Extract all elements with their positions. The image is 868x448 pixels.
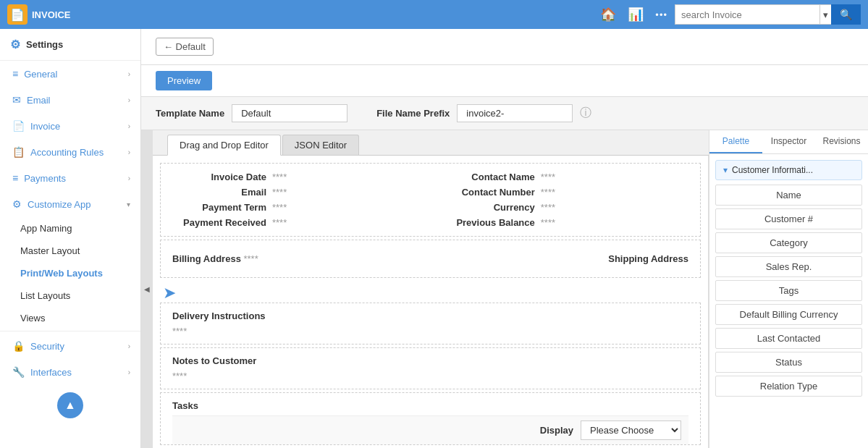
palette-item-tags[interactable]: Tags (715, 280, 862, 301)
contact-name-label: Contact Name (441, 172, 535, 182)
palette-body: ▾ Customer Informati... Name Customer # … (709, 154, 868, 448)
sidebar-sub-master-layout[interactable]: Master Layout (0, 240, 140, 262)
tab-json[interactable]: JSON Editor (282, 135, 359, 155)
contact-number-field: Contact Number **** (441, 187, 688, 198)
invoice-date-value: **** (272, 172, 287, 182)
sidebar-sub-menu: App Naming Master Layout Print/Web Layou… (0, 217, 140, 329)
sidebar-item-security[interactable]: 🔒 Security › (0, 333, 140, 359)
sidebar-sub-app-naming[interactable]: App Naming (0, 217, 140, 240)
sidebar-sub-views[interactable]: Views (0, 307, 140, 329)
sidebar-item-customize-app[interactable]: ⚙ Customize App ▾ (0, 191, 140, 217)
payment-received-field: Payment Received **** (172, 217, 420, 228)
palette-panel: Palette Inspector Revisions ▾ Customer I… (709, 130, 868, 448)
sidebar-item-accounting-label: Accounting Rules (30, 147, 104, 158)
payment-term-field: Payment Term **** (172, 202, 420, 213)
display-label: Display (540, 425, 573, 436)
billing-address-label: Billing Address (172, 253, 241, 264)
invoice-date-label: Invoice Date (172, 172, 266, 182)
scroll-up-button[interactable]: ▲ (57, 392, 83, 418)
collapse-toggle[interactable]: ◀ (141, 130, 153, 448)
sidebar-item-email-label: Email (27, 95, 51, 106)
billing-address-field: Billing Address **** (172, 253, 258, 264)
sidebar-item-accounting-rules[interactable]: 📋 Accounting Rules › (0, 139, 140, 165)
palette-item-category[interactable]: Category (715, 232, 862, 253)
palette-item-customer-num[interactable]: Customer # (715, 208, 862, 229)
invoice-chevron-icon: › (128, 122, 130, 130)
palette-item-sales-rep[interactable]: Sales Rep. (715, 256, 862, 277)
collapse-icon: ◀ (144, 285, 150, 293)
canvas-address-row: Billing Address **** Shipping Address (172, 246, 688, 271)
home-icon[interactable]: 🏠 (600, 7, 616, 22)
search-dropdown-btn[interactable]: ▾ (819, 4, 831, 25)
template-name-value: Default (232, 104, 347, 122)
payment-term-label: Payment Term (172, 202, 266, 213)
tab-inspector[interactable]: Inspector (762, 130, 815, 153)
payment-received-label: Payment Received (172, 217, 266, 228)
app-logo: 📄 INVOICE (7, 4, 70, 25)
palette-tabs: Palette Inspector Revisions (709, 130, 868, 154)
customize-chevron-icon: ▾ (127, 200, 130, 208)
back-button[interactable]: ← Default (156, 38, 214, 56)
info-icon[interactable]: ⓘ (580, 106, 591, 121)
previous-balance-label: Previous Balance (441, 217, 535, 228)
palette-item-status[interactable]: Status (715, 352, 862, 373)
customize-icon: ⚙ (12, 198, 22, 210)
accounting-chevron-icon: › (128, 148, 130, 156)
sidebar-sub-list-layouts[interactable]: List Layouts (0, 284, 140, 307)
delivery-section: Delivery Instructions **** (160, 303, 701, 345)
palette-section-title: Customer Informati... (732, 165, 813, 175)
previous-balance-value: **** (541, 217, 555, 228)
palette-item-relation-type[interactable]: Relation Type (715, 376, 862, 397)
payments-chevron-icon: › (128, 174, 130, 182)
preview-section: Preview (141, 65, 868, 97)
sidebar-sub-print-web-layouts[interactable]: Print/Web Layouts (0, 262, 140, 284)
display-select[interactable]: Please Choose (581, 420, 681, 440)
general-icon: ≡ (12, 68, 18, 80)
delivery-value: **** (172, 326, 688, 337)
tab-palette[interactable]: Palette (709, 130, 762, 153)
display-row: Display Please Choose (172, 415, 688, 444)
palette-item-name[interactable]: Name (715, 185, 862, 206)
security-icon: 🔒 (12, 340, 25, 352)
contact-name-field: Contact Name **** (441, 172, 688, 182)
sidebar-item-general[interactable]: ≡ General › (0, 61, 140, 87)
preview-button[interactable]: Preview (156, 71, 212, 90)
palette-item-last-contacted[interactable]: Last Contacted (715, 328, 862, 349)
topbar-icons: 🏠 📊 ••• (600, 7, 667, 22)
sidebar-item-payments[interactable]: ≡ Payments › (0, 165, 140, 191)
chart-icon[interactable]: 📊 (628, 7, 644, 22)
main-layout: ⚙ Settings ≡ General › ✉ Email › 📄 Invoi… (0, 29, 868, 448)
sidebar-item-general-label: General (24, 69, 57, 80)
notes-value: **** (172, 371, 688, 381)
canvas-with-tabs: Drag and Drop Editor JSON Editor Invoice… (153, 130, 709, 448)
sidebar-item-invoice[interactable]: 📄 Invoice › (0, 113, 140, 139)
palette-section-header[interactable]: ▾ Customer Informati... (715, 160, 862, 180)
tab-revisions[interactable]: Revisions (815, 130, 868, 153)
sidebar: ⚙ Settings ≡ General › ✉ Email › 📄 Invoi… (0, 29, 141, 448)
sidebar-item-customize-label: Customize App (28, 199, 90, 210)
sidebar-bottom: ▲ (0, 385, 140, 426)
security-chevron-icon: › (128, 342, 130, 350)
delivery-title: Delivery Instructions (172, 310, 688, 321)
previous-balance-field: Previous Balance **** (441, 217, 688, 228)
more-icon[interactable]: ••• (655, 9, 667, 20)
canvas-row-2: Email **** Contact Number **** (172, 185, 688, 200)
settings-icon: ⚙ (10, 38, 20, 51)
delivery-wrapper: ➤ Delivery Instructions **** (160, 281, 701, 345)
palette-item-default-billing-currency[interactable]: Default Billing Currency (715, 304, 862, 325)
sidebar-settings-label: Settings (26, 39, 63, 50)
search-input[interactable] (675, 4, 819, 25)
sidebar-item-interfaces[interactable]: 🔧 Interfaces › (0, 359, 140, 385)
topbar: 📄 INVOICE 🏠 📊 ••• ▾ 🔍 (0, 0, 868, 29)
canvas-row-4: Payment Received **** Previous Balance *… (172, 215, 688, 230)
editor-body: ◀ Drag and Drop Editor JSON Editor (141, 130, 868, 448)
payments-icon: ≡ (12, 172, 18, 184)
interfaces-icon: 🔧 (12, 366, 25, 378)
sidebar-item-email[interactable]: ✉ Email › (0, 87, 140, 113)
interfaces-chevron-icon: › (128, 368, 130, 376)
payment-received-value: **** (272, 217, 287, 228)
tab-drag-drop[interactable]: Drag and Drop Editor (167, 135, 281, 156)
search-button[interactable]: 🔍 (831, 4, 861, 25)
payment-term-value: **** (272, 202, 287, 213)
email-label: Email (172, 187, 266, 198)
